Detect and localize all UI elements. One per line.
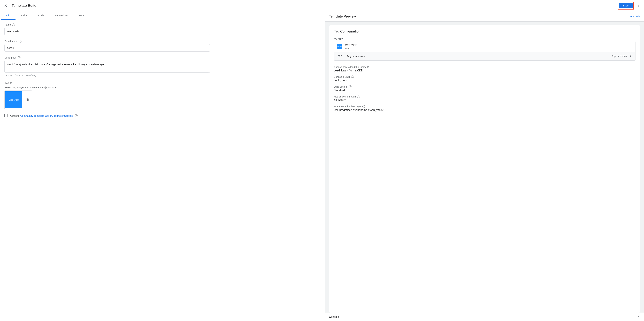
description-counter: 111/200 characters remaining — [4, 74, 321, 77]
permissions-count: 3 permissions — [612, 55, 627, 57]
icon-label: Icon — [4, 82, 9, 84]
trash-icon — [26, 98, 30, 102]
more-vert-icon — [636, 4, 640, 7]
topbar: Template Editor Save — [0, 0, 644, 11]
key-icon — [338, 54, 342, 58]
description-textarea[interactable]: Send (Core) Web Vitals field data of a p… — [4, 61, 210, 73]
config-label: Event name for data layer — [334, 105, 361, 108]
help-icon[interactable]: ? — [10, 82, 13, 84]
tag-type-row[interactable]: Web Vitals Web Vitals demirj — [334, 41, 635, 52]
preview-pane: Template Preview Run Code Tag Configurat… — [325, 11, 644, 321]
config-value: Use predefined event name ("web_vitals") — [334, 109, 636, 112]
agree-text: Agree to Community Template Gallery Term… — [10, 114, 73, 117]
icon-hint: Select only images that you have the rig… — [4, 86, 321, 89]
tag-brand: demirj — [345, 47, 357, 49]
description-label: Description — [4, 56, 16, 59]
tag-name: Web Vitals — [345, 43, 357, 46]
tag-permissions-row[interactable]: Tag permissions 3 permissions — [334, 52, 635, 60]
preview-title: Template Preview — [329, 14, 356, 18]
help-icon[interactable]: ? — [357, 95, 360, 98]
tab-code[interactable]: Code — [33, 11, 50, 20]
tag-configuration-card: Tag Configuration Tag Type Web Vitals We… — [329, 25, 640, 313]
close-icon — [4, 4, 8, 7]
save-button[interactable]: Save — [619, 3, 632, 8]
editor-pane: Info Fields Code Permissions Tests Name … — [0, 11, 325, 321]
help-icon[interactable]: ? — [349, 85, 352, 88]
config-item: Event name for data layer?Use predefined… — [334, 105, 636, 112]
console-title: Console — [329, 316, 339, 319]
tabs: Info Fields Code Permissions Tests — [0, 11, 325, 20]
help-icon[interactable]: ? — [75, 114, 78, 117]
tag-logo: Web Vitals — [337, 44, 342, 49]
config-value: Standard — [334, 89, 636, 92]
permissions-label: Tag permissions — [347, 55, 612, 58]
config-item: Choose how to load the library?Load libr… — [334, 66, 636, 72]
icon-picker: Web Vitals — [4, 91, 32, 109]
config-label: Choose a CDN — [334, 76, 350, 78]
chevron-right-icon — [629, 54, 632, 58]
config-value: unpkg.com — [334, 79, 636, 82]
tab-permissions[interactable]: Permissions — [50, 11, 73, 20]
card-title: Tag Configuration — [334, 29, 636, 33]
agree-checkbox[interactable] — [4, 114, 8, 117]
config-item: Choose a CDN?unpkg.com — [334, 76, 636, 82]
name-input[interactable] — [4, 28, 210, 35]
tab-info[interactable]: Info — [1, 11, 16, 20]
terms-link[interactable]: Community Template Gallery Terms of Serv… — [20, 114, 73, 117]
tab-fields[interactable]: Fields — [16, 11, 33, 20]
console-toggle[interactable]: Console — [325, 313, 644, 321]
config-value: Load library from a CDN — [334, 69, 636, 72]
page-title: Template Editor — [12, 3, 38, 8]
help-icon[interactable]: ? — [362, 105, 365, 108]
icon-thumbnail[interactable]: Web Vitals — [5, 91, 22, 108]
config-item: Build options?Standard — [334, 85, 636, 92]
form-scroll[interactable]: Name ? Brand name ? Description — [0, 20, 325, 321]
help-icon[interactable]: ? — [19, 40, 22, 42]
brand-input[interactable] — [4, 44, 210, 51]
config-label: Choose how to load the library — [334, 66, 366, 68]
config-label: Metrics configuration — [334, 95, 356, 98]
brand-label: Brand name — [4, 40, 18, 42]
help-icon[interactable]: ? — [18, 56, 20, 59]
help-icon[interactable]: ? — [367, 66, 370, 68]
delete-icon-button[interactable] — [24, 96, 31, 103]
help-icon[interactable]: ? — [351, 76, 354, 78]
config-label: Build options — [334, 85, 348, 88]
tag-type-box: Web Vitals Web Vitals demirj Tag permiss… — [334, 41, 636, 61]
help-icon[interactable]: ? — [12, 23, 15, 26]
close-button[interactable] — [3, 3, 8, 8]
more-menu-button[interactable] — [635, 2, 641, 9]
chevron-up-icon — [637, 315, 640, 319]
config-item: Metrics configuration?All metrics — [334, 95, 636, 102]
config-value: All metrics — [334, 99, 636, 102]
name-label: Name — [4, 23, 11, 26]
tab-tests[interactable]: Tests — [73, 11, 90, 20]
save-highlight-box: Save — [618, 2, 634, 9]
run-code-button[interactable]: Run Code — [630, 15, 640, 18]
tag-type-label: Tag Type — [334, 37, 636, 40]
